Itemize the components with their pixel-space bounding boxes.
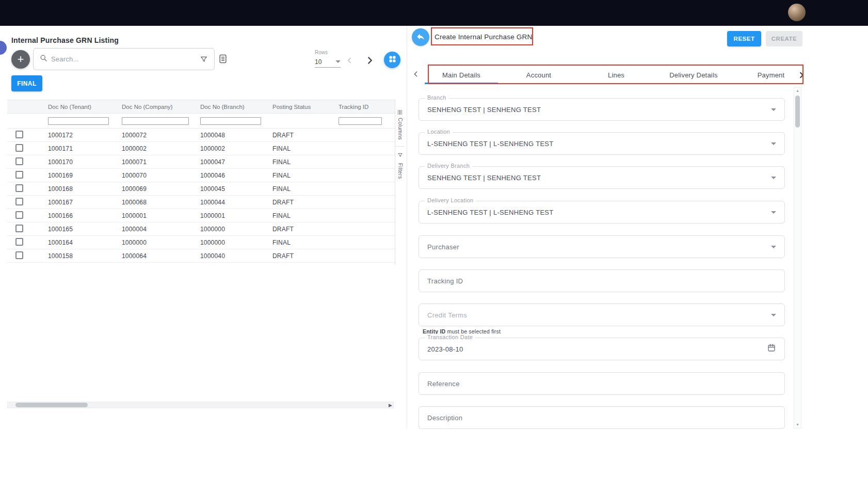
filter-input-doc-no-branch[interactable]: [200, 117, 261, 125]
tabs-scroll-right-button[interactable]: [794, 66, 809, 84]
cell-company: 1000000: [118, 239, 196, 246]
tab-account[interactable]: Account: [500, 66, 577, 84]
final-filter-button[interactable]: FINAL: [11, 75, 42, 91]
vertical-scrollbar-thumb[interactable]: [795, 95, 800, 128]
tracking-id-field[interactable]: Tracking ID: [419, 269, 785, 292]
purchaser-field[interactable]: Purchaser: [419, 235, 785, 258]
tab-delivery-details[interactable]: Delivery Details: [655, 66, 732, 84]
filter-input-tracking-id[interactable]: [339, 117, 382, 125]
checkbox-cell: [7, 157, 44, 167]
filter-icon[interactable]: [200, 55, 208, 63]
table-row[interactable]: 100015810000641000040DRAFT: [7, 249, 395, 263]
scroll-right-arrow-icon[interactable]: ▶: [389, 402, 392, 408]
search-input[interactable]: [51, 55, 196, 63]
rows-per-page-select[interactable]: 10: [315, 56, 341, 68]
table-row[interactable]: 100017010000711000047FINAL: [7, 155, 395, 169]
table-row[interactable]: 100017110000021000002FINAL: [7, 142, 395, 155]
app-screen: Internal Purchase GRN Listing + Rows 10: [0, 0, 868, 478]
table-row[interactable]: 100016910000701000046FINAL: [7, 169, 395, 182]
clipboard-list-icon[interactable]: [218, 53, 228, 65]
create-button[interactable]: CREATE: [766, 31, 802, 46]
delivery-location-label: Delivery Location: [425, 197, 476, 203]
listing-title: Internal Purchase GRN Listing: [11, 36, 119, 44]
table-row[interactable]: 100016810000691000045FINAL: [7, 182, 395, 196]
cell-tenant: 1000169: [44, 172, 118, 179]
cell-tenant: 1000167: [44, 199, 118, 206]
cell-company: 1000002: [118, 145, 196, 152]
scroll-up-arrow-icon[interactable]: ▲: [794, 89, 801, 92]
calendar-icon[interactable]: [767, 343, 776, 355]
column-header-posting-status[interactable]: Posting Status: [268, 100, 334, 113]
vertical-scrollbar[interactable]: ▲ ▼: [794, 87, 801, 428]
delivery-location-field[interactable]: Delivery Location L-SENHENG TEST | L-SEN…: [419, 201, 785, 224]
checkbox-cell: [7, 225, 44, 234]
columns-strip-label: Columns: [397, 118, 403, 140]
reset-button[interactable]: RESET: [727, 31, 761, 46]
cell-branch: 1000000: [196, 239, 268, 246]
chevron-down-icon: [335, 60, 341, 63]
horizontal-scrollbar-thumb[interactable]: [15, 403, 88, 407]
cell-tenant: 1000158: [44, 252, 118, 260]
description-field[interactable]: Description: [419, 406, 785, 429]
delivery-branch-label: Delivery Branch: [425, 163, 472, 169]
cell-company: 1000068: [118, 199, 196, 206]
cell-tenant: 1000171: [44, 145, 118, 152]
filter-input-doc-no-tenant[interactable]: [48, 117, 109, 125]
branch-field[interactable]: Branch SENHENG TEST | SENHENG TEST: [419, 98, 785, 121]
table-filter-row: [7, 114, 395, 129]
column-header-tracking-id[interactable]: Tracking ID: [334, 100, 395, 113]
column-header-doc-no-company[interactable]: Doc No (Company): [118, 100, 196, 113]
cell-status: FINAL: [268, 239, 334, 246]
delivery-branch-value: SENHENG TEST | SENHENG TEST: [427, 174, 541, 182]
table-row[interactable]: 100017210000721000048DRAFT: [7, 129, 395, 142]
cell-status: FINAL: [268, 172, 334, 179]
table-row[interactable]: 100016510000041000000DRAFT: [7, 222, 395, 236]
table-row[interactable]: 100016410000001000000FINAL: [7, 236, 395, 249]
row-checkbox[interactable]: [15, 198, 23, 205]
row-checkbox[interactable]: [15, 157, 23, 165]
columns-strip-button[interactable]: Columns: [397, 110, 403, 140]
user-avatar[interactable]: [788, 4, 806, 21]
credit-terms-field[interactable]: Credit Terms: [419, 304, 785, 326]
cell-branch: 1000001: [196, 212, 268, 219]
prev-page-button[interactable]: [345, 56, 354, 65]
cell-status: FINAL: [268, 158, 334, 166]
chevron-down-icon: [771, 142, 776, 145]
column-header-doc-no-tenant[interactable]: Doc No (Tenant): [44, 100, 118, 113]
next-page-button[interactable]: [364, 55, 376, 66]
grid-icon: [389, 55, 396, 65]
location-value: L-SENHENG TEST | L-SENHENG TEST: [427, 140, 554, 148]
row-checkbox[interactable]: [15, 238, 23, 246]
row-checkbox[interactable]: [15, 251, 23, 259]
transaction-date-value: 2023-08-10: [427, 345, 463, 353]
grid-view-button[interactable]: [384, 52, 400, 68]
listing-panel: Internal Purchase GRN Listing + Rows 10: [0, 26, 407, 428]
transaction-date-field[interactable]: Transaction Date 2023-08-10: [419, 338, 785, 360]
back-button[interactable]: [412, 28, 429, 46]
row-checkbox[interactable]: [15, 131, 23, 138]
reference-field[interactable]: Reference: [419, 372, 785, 395]
cell-tenant: 1000168: [44, 185, 118, 193]
column-header-doc-no-branch[interactable]: Doc No (Branch): [196, 100, 268, 113]
horizontal-scrollbar[interactable]: ▶: [7, 402, 394, 408]
create-grn-panel: Create Internal Purchase GRN RESET CREAT…: [407, 26, 868, 428]
location-field[interactable]: Location L-SENHENG TEST | L-SENHENG TEST: [419, 132, 785, 155]
column-header-select: [7, 100, 44, 113]
row-checkbox[interactable]: [15, 184, 23, 192]
tabs-scroll-left-button[interactable]: [411, 70, 420, 78]
tab-lines[interactable]: Lines: [577, 66, 655, 84]
add-button[interactable]: +: [11, 50, 30, 69]
row-checkbox[interactable]: [15, 225, 23, 232]
table-row[interactable]: 100016610000011000001FINAL: [7, 209, 395, 222]
filter-input-doc-no-company[interactable]: [122, 117, 189, 125]
checkbox-cell: [7, 238, 44, 247]
scroll-down-arrow-icon[interactable]: ▼: [794, 423, 801, 426]
row-checkbox[interactable]: [15, 211, 23, 219]
delivery-branch-field[interactable]: Delivery Branch SENHENG TEST | SENHENG T…: [419, 166, 785, 189]
table-row[interactable]: 100016710000681000044DRAFT: [7, 196, 395, 209]
row-checkbox[interactable]: [15, 144, 23, 152]
cell-branch: 1000000: [196, 226, 268, 233]
tab-main-details[interactable]: Main Details: [423, 66, 500, 84]
filters-strip-button[interactable]: Filters: [397, 151, 403, 179]
row-checkbox[interactable]: [15, 171, 23, 179]
